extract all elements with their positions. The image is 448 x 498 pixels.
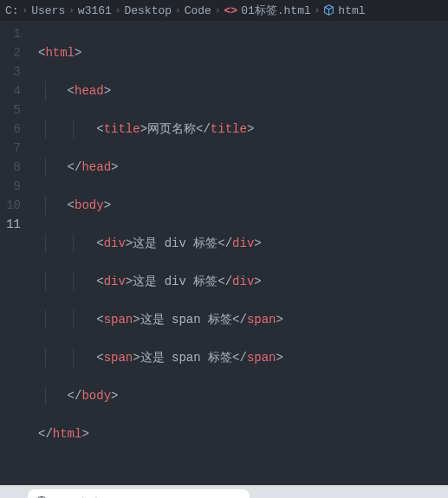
tab-dropdown-button[interactable] bbox=[5, 492, 23, 498]
code-line[interactable]: </html> bbox=[31, 424, 448, 443]
breadcrumb-symbol[interactable]: html bbox=[338, 4, 365, 17]
chevron-right-icon: › bbox=[175, 5, 181, 16]
code-line[interactable]: <title>网页名称</title> bbox=[31, 120, 448, 139]
chevron-right-icon: › bbox=[23, 5, 29, 16]
code-area[interactable]: 1 2 3 4 5 6 7 8 9 10 11 <html> <head> <t… bbox=[0, 21, 448, 485]
code-line[interactable]: <span>这是 span 标签</span> bbox=[31, 310, 448, 329]
line-number: 6 bbox=[0, 120, 21, 139]
chevron-right-icon: › bbox=[115, 5, 121, 16]
breadcrumb-part[interactable]: Users bbox=[31, 4, 65, 17]
tab-bar: 网页名称 × + bbox=[0, 486, 448, 498]
code-line[interactable]: <body> bbox=[31, 196, 448, 215]
breadcrumb-part[interactable]: w3161 bbox=[78, 4, 112, 17]
breadcrumb-file[interactable]: 01标签.html bbox=[241, 3, 311, 18]
code-lines[interactable]: <html> <head> <title>网页名称</title> </head… bbox=[31, 21, 448, 485]
code-line[interactable]: <head> bbox=[31, 81, 448, 100]
line-number: 8 bbox=[0, 158, 21, 177]
line-number: 11 bbox=[0, 215, 21, 234]
browser-tab[interactable]: 网页名称 × bbox=[28, 489, 250, 498]
line-number: 5 bbox=[0, 100, 21, 120]
browser-window: 网页名称 × + i 文件 C:/Users/w3161/Desktop/Cod… bbox=[0, 485, 448, 498]
line-number: 1 bbox=[0, 24, 21, 43]
line-number: 9 bbox=[0, 177, 21, 196]
code-line[interactable]: </body> bbox=[31, 386, 448, 405]
line-number: 4 bbox=[0, 81, 21, 100]
chevron-right-icon: › bbox=[68, 5, 75, 16]
line-number-gutter: 1 2 3 4 5 6 7 8 9 10 11 bbox=[0, 21, 31, 485]
new-tab-button[interactable]: + bbox=[255, 495, 277, 499]
code-line[interactable]: <span>这是 span 标签</span> bbox=[31, 348, 448, 367]
breadcrumb-part[interactable]: Code bbox=[185, 4, 211, 17]
breadcrumb-part[interactable]: C: bbox=[5, 4, 19, 17]
line-number: 2 bbox=[0, 43, 21, 62]
line-number: 10 bbox=[0, 196, 21, 215]
code-line[interactable]: <html> bbox=[31, 43, 448, 62]
breadcrumb[interactable]: C:› Users› w3161› Desktop› Code› <> 01标签… bbox=[0, 0, 448, 21]
code-line[interactable]: <div>这是 div 标签</div> bbox=[31, 234, 448, 253]
symbol-icon bbox=[323, 4, 334, 17]
code-editor: C:› Users› w3161› Desktop› Code› <> 01标签… bbox=[0, 0, 448, 485]
code-line[interactable]: </head> bbox=[31, 158, 448, 177]
breadcrumb-part[interactable]: Desktop bbox=[124, 4, 172, 17]
line-number: 7 bbox=[0, 139, 21, 158]
line-number: 3 bbox=[0, 62, 21, 81]
html-file-icon: <> bbox=[224, 4, 238, 17]
chevron-right-icon: › bbox=[315, 5, 321, 16]
code-line[interactable]: <div>这是 div 标签</div> bbox=[31, 272, 448, 291]
chevron-right-icon: › bbox=[215, 5, 221, 16]
